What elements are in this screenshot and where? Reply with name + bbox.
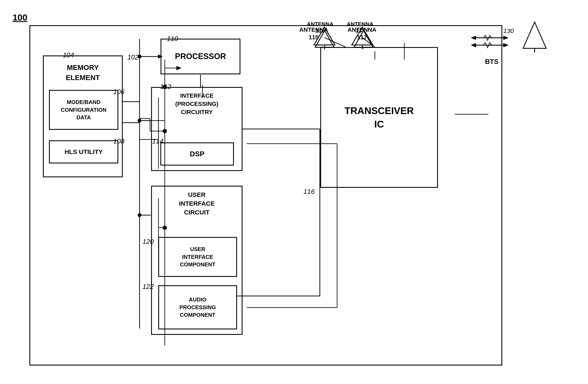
svg-marker-47	[471, 43, 476, 47]
ref-130: 130	[503, 27, 514, 35]
mode-band-label: MODE/BANDCONFIGURATIONDATA	[50, 91, 117, 129]
memory-element-box: MEMORYELEMENT MODE/BANDCONFIGURATIONDATA…	[43, 56, 123, 177]
svg-marker-52	[354, 30, 373, 47]
outer-box: MEMORYELEMENT MODE/BANDCONFIGURATIONDATA…	[29, 25, 502, 365]
ref-120: 120	[143, 238, 154, 245]
ref-122: 122	[143, 283, 154, 290]
antenna-115-svg	[314, 29, 335, 48]
processor-label: PROCESSOR	[161, 40, 240, 74]
transceiver-ic-box: TRANSCEIVERIC	[320, 47, 438, 188]
dsp-label: DSP	[161, 143, 233, 165]
ui-circuit-label: USERINTERFACECIRCUIT	[152, 190, 242, 217]
hls-label: HLS UTILITY	[50, 141, 117, 162]
memory-element-label: MEMORYELEMENT	[44, 62, 122, 82]
svg-point-34	[138, 213, 141, 217]
ref-104: 104	[63, 51, 74, 59]
svg-marker-46	[503, 43, 508, 47]
hls-box: HLS UTILITY	[49, 140, 118, 163]
svg-marker-44	[471, 36, 476, 40]
dsp-box: DSP	[160, 142, 234, 165]
antenna-117-svg	[353, 29, 374, 48]
svg-marker-43	[503, 36, 508, 40]
svg-marker-48	[523, 22, 546, 48]
ref-106: 106	[113, 88, 125, 96]
bts-label: BTS	[479, 58, 504, 65]
bts-antenna-icon	[522, 21, 547, 53]
ref-102: 102	[127, 53, 139, 61]
ui-component-box: USERINTERFACECOMPONENT	[158, 237, 237, 277]
ref-108: 108	[113, 137, 125, 145]
ref-116: 116	[303, 188, 315, 196]
ui-circuit-outer-box: USERINTERFACECIRCUIT USERINTERFACECOMPON…	[151, 186, 243, 335]
interface-circuitry-box: INTERFACE(PROCESSING)CIRCUITRY DSP	[151, 87, 243, 171]
ref-110: 110	[167, 35, 178, 43]
svg-marker-50	[315, 30, 334, 47]
ui-component-label: USERINTERFACECOMPONENT	[159, 238, 236, 276]
interface-circuitry-label: INTERFACE(PROCESSING)CIRCUITRY	[152, 92, 242, 116]
svg-point-30	[138, 119, 141, 122]
audio-box: AUDIOPROCESSINGCOMPONENT	[158, 285, 237, 329]
main-reference-label: 100	[13, 13, 27, 23]
ref-112: 112	[160, 83, 171, 91]
transceiver-ic-label: TRANSCEIVERIC	[321, 48, 437, 187]
bts-container: 130 BTS	[471, 19, 547, 53]
ref-114: 114	[152, 137, 163, 145]
mode-band-box: MODE/BANDCONFIGURATIONDATA	[49, 90, 118, 130]
processor-box: PROCESSOR	[161, 39, 240, 74]
bts-arrows-icon	[471, 32, 513, 53]
audio-label: AUDIOPROCESSINGCOMPONENT	[159, 286, 236, 328]
